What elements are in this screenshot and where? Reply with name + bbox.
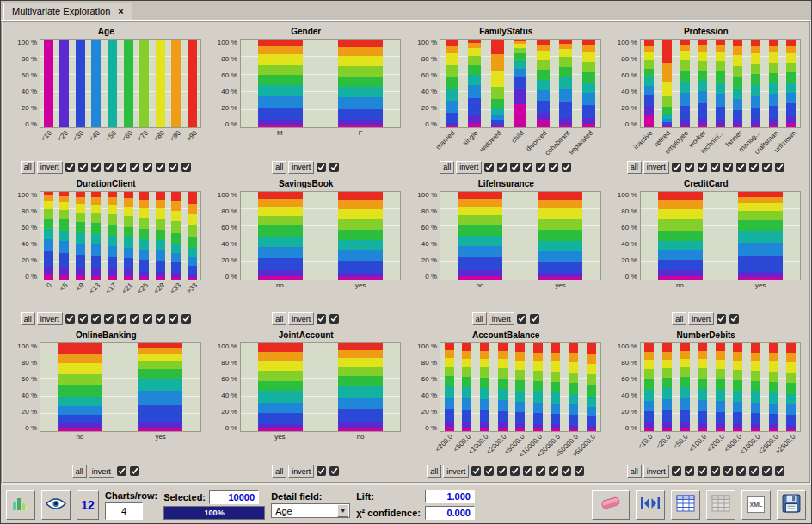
stacked-bar[interactable]	[644, 343, 654, 431]
category-checkbox[interactable]	[91, 163, 101, 172]
stacked-bar[interactable]	[537, 40, 550, 127]
category-checkbox[interactable]	[130, 314, 139, 324]
close-tab-icon[interactable]: ×	[118, 6, 123, 16]
stacked-bar[interactable]	[733, 343, 742, 431]
invert-button[interactable]: invert	[489, 312, 514, 325]
category-checkbox[interactable]	[484, 466, 494, 476]
stacked-bar[interactable]	[662, 343, 672, 431]
stacked-bar[interactable]	[515, 343, 525, 431]
stacked-bar[interactable]	[587, 343, 596, 431]
category-checkbox[interactable]	[156, 314, 165, 324]
histogram-view-button[interactable]	[6, 490, 35, 520]
category-checkbox[interactable]	[329, 314, 339, 324]
category-checkbox[interactable]	[775, 466, 784, 476]
stacked-bar[interactable]	[751, 343, 760, 431]
tab-multivariate-exploration[interactable]: Multivariate Exploration ×	[3, 3, 132, 20]
category-checkbox[interactable]	[710, 466, 720, 476]
category-checkbox[interactable]	[736, 466, 746, 476]
stacked-bar[interactable]	[786, 40, 796, 127]
category-checkbox[interactable]	[143, 314, 152, 324]
category-checkbox[interactable]	[729, 314, 739, 324]
stacked-bar[interactable]	[188, 192, 197, 280]
stacked-bar[interactable]	[716, 40, 725, 127]
stacked-bar[interactable]	[156, 192, 165, 280]
stacked-bar[interactable]	[786, 343, 796, 431]
stacked-bar[interactable]	[733, 40, 742, 127]
all-button[interactable]: all	[627, 161, 642, 174]
stacked-bar[interactable]	[533, 343, 543, 431]
save-button[interactable]	[777, 490, 806, 520]
stacked-bar[interactable]	[188, 40, 197, 127]
category-checkbox[interactable]	[497, 163, 507, 172]
stacked-bar[interactable]	[569, 343, 578, 431]
category-checkbox[interactable]	[169, 163, 178, 172]
category-checkbox[interactable]	[78, 163, 88, 172]
table-view-button[interactable]	[671, 490, 700, 520]
stacked-bar[interactable]	[551, 343, 560, 431]
stacked-bar[interactable]	[538, 192, 582, 280]
stacked-bar[interactable]	[514, 40, 526, 127]
category-checkbox[interactable]	[530, 314, 539, 324]
category-checkbox[interactable]	[536, 163, 545, 172]
category-checkbox[interactable]	[698, 163, 707, 172]
invert-button[interactable]: invert	[643, 465, 669, 478]
category-checkbox[interactable]	[717, 314, 726, 324]
category-checkbox[interactable]	[169, 314, 178, 324]
stacked-bar[interactable]	[59, 192, 69, 280]
table-view-disabled-button[interactable]	[706, 490, 735, 520]
category-checkbox[interactable]	[723, 163, 733, 172]
stacked-bar[interactable]	[751, 40, 760, 127]
stacked-bar[interactable]	[258, 343, 303, 431]
category-checkbox[interactable]	[536, 466, 545, 476]
category-checkbox[interactable]	[698, 466, 707, 476]
category-checkbox[interactable]	[130, 163, 139, 172]
all-button[interactable]: all	[427, 465, 441, 478]
category-checkbox[interactable]	[104, 314, 114, 324]
invert-button[interactable]: invert	[643, 161, 669, 174]
invert-button[interactable]: invert	[688, 312, 714, 325]
stacked-bar[interactable]	[498, 343, 508, 431]
invert-button[interactable]: invert	[288, 312, 314, 325]
category-checkbox[interactable]	[471, 466, 481, 476]
stacked-bar[interactable]	[458, 192, 502, 280]
all-button[interactable]: all	[272, 161, 286, 174]
invert-button[interactable]: invert	[37, 312, 63, 325]
invert-button[interactable]: invert	[456, 161, 482, 174]
category-checkbox[interactable]	[685, 466, 694, 476]
stacked-bar[interactable]	[138, 343, 182, 431]
invert-button[interactable]: invert	[37, 161, 63, 174]
stacked-bar[interactable]	[680, 40, 690, 127]
all-button[interactable]: all	[272, 465, 286, 478]
category-checkbox[interactable]	[510, 163, 520, 172]
category-checkbox[interactable]	[562, 163, 571, 172]
charts-per-row-input[interactable]	[105, 502, 143, 520]
stacked-bar[interactable]	[716, 343, 725, 431]
stacked-bar[interactable]	[124, 192, 133, 280]
stacked-bar[interactable]	[582, 40, 595, 127]
stacked-bar[interactable]	[480, 343, 489, 431]
category-checkbox[interactable]	[672, 466, 681, 476]
stacked-bar[interactable]	[468, 40, 481, 127]
category-checkbox[interactable]	[749, 163, 759, 172]
category-checkbox[interactable]	[91, 314, 101, 324]
stacked-bar[interactable]	[108, 40, 117, 127]
category-checkbox[interactable]	[749, 466, 759, 476]
category-checkbox[interactable]	[762, 163, 772, 172]
stacked-bar[interactable]	[559, 40, 572, 127]
stacked-bar[interactable]	[58, 343, 102, 431]
category-checkbox[interactable]	[575, 466, 584, 476]
category-checkbox[interactable]	[484, 163, 494, 172]
category-checkbox[interactable]	[329, 163, 339, 172]
stacked-bar[interactable]	[698, 343, 707, 431]
stacked-bar[interactable]	[59, 40, 69, 127]
stacked-bar[interactable]	[338, 343, 383, 431]
stacked-bar[interactable]	[44, 192, 53, 280]
all-button[interactable]: all	[472, 312, 487, 325]
category-checkbox[interactable]	[181, 163, 191, 172]
stacked-bar[interactable]	[171, 192, 181, 280]
xml-export-button[interactable]: XML	[741, 490, 771, 520]
all-button[interactable]: all	[672, 312, 686, 325]
stacked-bar[interactable]	[658, 192, 703, 280]
category-checkbox[interactable]	[156, 163, 165, 172]
category-checkbox[interactable]	[78, 314, 88, 324]
